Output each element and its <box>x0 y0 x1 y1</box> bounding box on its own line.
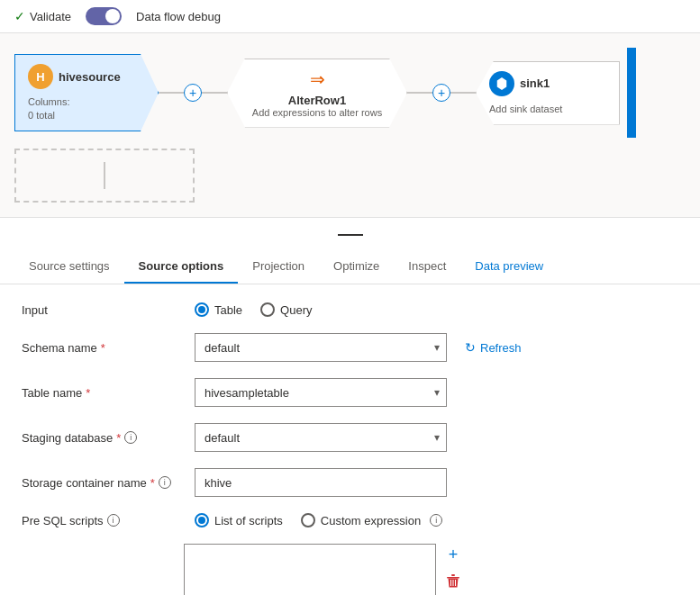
radio-table[interactable]: Table <box>195 302 242 317</box>
source-box: H hivesource Columns: 0 total <box>14 54 159 131</box>
top-bar: ✓ Validate Data flow debug <box>0 0 700 33</box>
tab-data-preview[interactable]: Data preview <box>460 250 558 284</box>
arrow-line-1 <box>159 92 186 94</box>
scroll-indicator <box>338 234 363 236</box>
radio-ce-outer <box>301 513 315 527</box>
storage-required: * <box>150 476 155 490</box>
input-radio-group: Table Query <box>195 302 312 317</box>
storage-label: Storage container name * i <box>22 476 184 490</box>
radio-ce-label: Custom expression <box>321 514 421 527</box>
add-script-button[interactable]: + <box>447 544 460 566</box>
radio-list-of-scripts[interactable]: List of scripts <box>195 513 283 527</box>
radio-custom-expression[interactable]: Custom expression i <box>301 513 442 527</box>
alter-row-icon: ⇒ <box>310 68 325 90</box>
schema-required: * <box>101 341 105 355</box>
debug-toggle[interactable] <box>86 7 122 25</box>
tab-optimize[interactable]: Optimize <box>319 250 394 284</box>
script-input-area: + <box>184 544 678 595</box>
pipeline-canvas: H hivesource Columns: 0 total + ⇒ <box>0 33 700 218</box>
radio-los-label: List of scripts <box>214 514 283 527</box>
connector-1: + <box>159 84 227 102</box>
staging-required: * <box>116 431 121 445</box>
sink-icon <box>489 71 514 96</box>
end-bar <box>627 48 636 138</box>
table-required: * <box>86 386 90 400</box>
radio-query[interactable]: Query <box>260 302 312 317</box>
dashed-area <box>14 149 195 203</box>
tabs-bar: Source settings Source options Projectio… <box>0 250 700 284</box>
sink-node[interactable]: sink1 Add sink dataset <box>476 61 620 125</box>
transform-box: ⇒ AlterRow1 Add expressions to alter row… <box>227 59 407 128</box>
table-select-wrapper: hivesampletable ▾ <box>195 378 447 407</box>
radio-los-outer <box>195 513 209 527</box>
table-label: Table name * <box>22 386 184 400</box>
transform-node[interactable]: ⇒ AlterRow1 Add expressions to alter row… <box>227 59 407 128</box>
tab-source-settings[interactable]: Source settings <box>14 250 124 284</box>
validate-button[interactable]: ✓ Validate <box>14 9 71 23</box>
tab-inspect[interactable]: Inspect <box>394 250 460 284</box>
arrow-line-4 <box>449 92 476 94</box>
add-between-transform-sink[interactable]: + <box>432 84 450 102</box>
source-node[interactable]: H hivesource Columns: 0 total <box>14 54 159 131</box>
debug-label: Data flow debug <box>136 10 221 23</box>
radio-table-inner <box>198 306 205 313</box>
presql-info-icon[interactable]: i <box>107 514 120 527</box>
schema-select[interactable]: default <box>195 333 447 362</box>
validate-label: Validate <box>30 10 71 23</box>
radio-table-label: Table <box>214 303 242 317</box>
sink-name: sink1 <box>520 77 550 90</box>
svg-rect-1 <box>451 574 455 576</box>
radio-query-outer <box>260 302 275 317</box>
arrow-line-3 <box>407 92 434 94</box>
staging-select-wrapper: default ▾ <box>195 423 447 452</box>
radio-los-inner <box>198 517 205 524</box>
add-between-source-transform[interactable]: + <box>184 84 202 102</box>
radio-table-outer <box>195 302 209 317</box>
input-row: Input Table Query <box>22 302 678 317</box>
presql-label: Pre SQL scripts i <box>22 514 184 527</box>
input-label: Input <box>22 303 184 317</box>
refresh-button[interactable]: ↻ Refresh <box>458 337 529 358</box>
transform-name: AlterRow1 <box>241 94 394 107</box>
sink-desc: Add sink dataset <box>489 104 562 114</box>
script-actions: + <box>443 544 463 595</box>
source-name: hivesource <box>59 70 121 84</box>
connector-2: + <box>407 84 476 102</box>
staging-row: Staging database * i default ▾ <box>22 423 678 452</box>
delete-script-button[interactable] <box>443 572 463 595</box>
schema-label: Schema name * <box>22 341 184 355</box>
staging-select[interactable]: default <box>195 423 447 452</box>
presql-row: Pre SQL scripts i List of scripts Custom… <box>22 513 678 527</box>
storage-input[interactable] <box>195 468 447 497</box>
scroll-area <box>0 218 700 250</box>
sink-box: sink1 Add sink dataset <box>476 61 620 125</box>
source-columns-label: Columns: <box>28 96 69 107</box>
schema-row: Schema name * default ▾ ↻ Refresh <box>22 333 678 362</box>
staging-label: Staging database * i <box>22 431 184 445</box>
dashed-divider <box>104 162 105 189</box>
source-columns-value: 0 total <box>28 110 55 121</box>
storage-info-icon[interactable]: i <box>159 476 171 489</box>
svg-rect-0 <box>447 577 459 579</box>
script-textarea[interactable] <box>184 544 436 595</box>
form-area: Input Table Query Schema name * default <box>0 284 700 595</box>
arrow-line-2 <box>200 92 227 94</box>
tab-source-options[interactable]: Source options <box>124 250 239 284</box>
trash-icon <box>445 573 461 590</box>
radio-query-label: Query <box>280 303 312 317</box>
storage-row: Storage container name * i <box>22 468 678 497</box>
staging-info-icon[interactable]: i <box>124 431 137 444</box>
presql-radio-group: List of scripts Custom expression i <box>195 513 442 527</box>
pipeline: H hivesource Columns: 0 total + ⇒ <box>14 48 686 138</box>
refresh-label: Refresh <box>480 341 522 355</box>
custom-expr-info-icon[interactable]: i <box>430 514 442 527</box>
table-select[interactable]: hivesampletable <box>195 378 447 407</box>
check-icon: ✓ <box>14 9 25 23</box>
transform-desc: Add expressions to alter rows <box>241 107 394 118</box>
table-row: Table name * hivesampletable ▾ <box>22 378 678 407</box>
hive-icon: H <box>28 64 53 89</box>
tab-projection[interactable]: Projection <box>238 250 319 284</box>
schema-select-wrapper: default ▾ <box>195 333 447 362</box>
refresh-icon: ↻ <box>465 340 476 355</box>
